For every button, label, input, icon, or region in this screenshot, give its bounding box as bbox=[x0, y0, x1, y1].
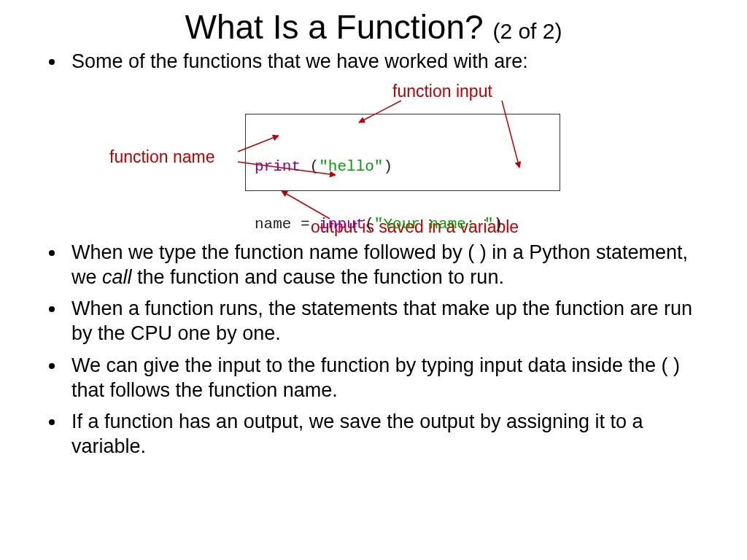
code-paren-close: ) bbox=[383, 158, 392, 175]
bullet-text: the function and cause the function to r… bbox=[132, 266, 504, 288]
bullet-emph: call bbox=[102, 266, 132, 288]
code-box: print ("hello") name = input("Your name:… bbox=[245, 114, 560, 191]
code-paren2: ( bbox=[365, 216, 374, 233]
code-fn-input: input bbox=[319, 216, 365, 233]
code-assign: name = bbox=[255, 216, 319, 233]
bullet-item: When we type the function name followed … bbox=[66, 241, 703, 290]
code-diagram: function input function name output is s… bbox=[44, 82, 703, 241]
title-main: What Is a Function? bbox=[185, 8, 484, 46]
code-fn-print: print bbox=[255, 158, 301, 175]
code-paren: ( bbox=[301, 158, 319, 175]
bullet-item: If a function has an output, we save the… bbox=[66, 410, 703, 459]
top-bullet-list: Some of the functions that we have worke… bbox=[44, 50, 703, 74]
code-arg-hello: "hello" bbox=[319, 158, 383, 175]
code-arg-yourname: "Your name: " bbox=[374, 216, 494, 233]
annotation-function-input: function input bbox=[392, 82, 492, 101]
bullet-item: When a function runs, the statements tha… bbox=[66, 297, 703, 346]
title-sub: (2 of 2) bbox=[492, 19, 562, 43]
bottom-bullet-list: When we type the function name followed … bbox=[44, 241, 703, 459]
slide-title: What Is a Function? (2 of 2) bbox=[44, 7, 703, 47]
slide: What Is a Function? (2 of 2) Some of the… bbox=[0, 0, 747, 560]
bullet-item: Some of the functions that we have worke… bbox=[66, 50, 703, 74]
annotation-function-name: function name bbox=[109, 147, 214, 167]
bullet-item: We can give the input to the function by… bbox=[66, 354, 703, 403]
code-paren-close2: ) bbox=[494, 216, 503, 233]
